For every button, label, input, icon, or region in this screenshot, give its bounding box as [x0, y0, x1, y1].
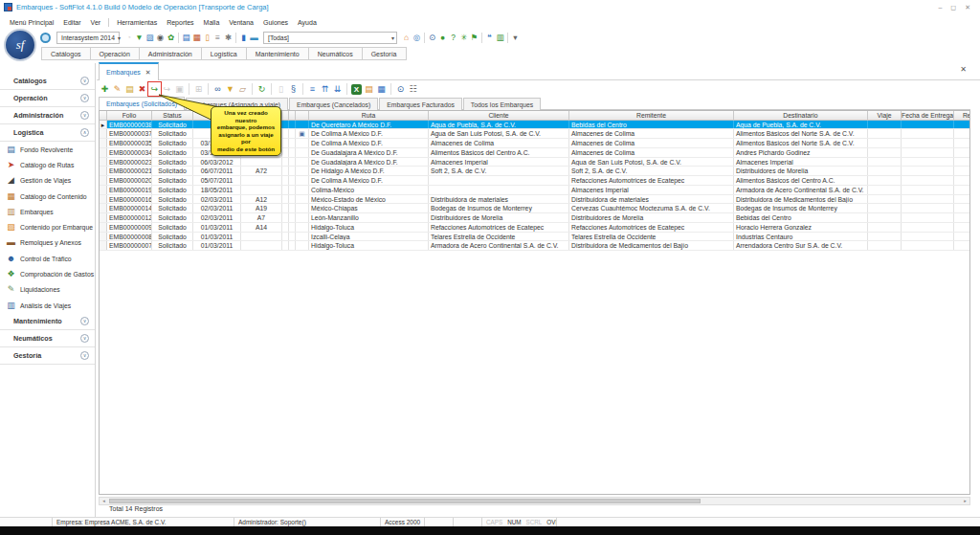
cell-recibe[interactable]: [954, 213, 970, 222]
cell-folio[interactable]: EMB00000038: [107, 121, 152, 129]
cell-doc[interactable]: [296, 121, 309, 129]
sidebar-item-embarques[interactable]: ▥Embarques: [0, 204, 95, 219]
cell-c2[interactable]: [289, 139, 296, 147]
cell-remitente[interactable]: Almacenes de Colima: [569, 148, 734, 157]
assign-to-trip-icon[interactable]: ↪: [148, 82, 161, 96]
cell-ruta[interactable]: León-Manzanillo: [309, 213, 429, 222]
ribbon-tab-operacion[interactable]: Operación: [90, 47, 140, 60]
cell-remitente[interactable]: Distribuidora de Medicamentos del Bajío: [569, 241, 734, 250]
cell-viaje[interactable]: [868, 148, 902, 157]
cell-folio[interactable]: EMB00000007: [107, 241, 152, 250]
cell-fecha[interactable]: 05/07/2011: [193, 176, 241, 185]
cell-viaje[interactable]: [868, 204, 902, 212]
cell-c1[interactable]: [282, 158, 289, 167]
cell-fecha_entrega[interactable]: [902, 148, 954, 157]
cell-fecha_entrega[interactable]: [902, 158, 954, 167]
sidebar-item-catalogo-de-rutas[interactable]: ➤Catálogo de Rutas: [0, 157, 95, 172]
edit-embarque-icon[interactable]: ✎: [111, 82, 123, 96]
cell-fecha[interactable]: 01/03/2011: [193, 241, 241, 250]
cell-ruta[interactable]: Colima-México: [309, 186, 429, 194]
cell-destinatario[interactable]: Almacenes Imperial: [734, 158, 868, 167]
cell-cliente[interactable]: Almacenes Imperial: [429, 158, 569, 167]
cell-ind[interactable]: [100, 195, 107, 204]
cell-viaje[interactable]: [868, 176, 902, 185]
cell-folio[interactable]: EMB00000037: [107, 129, 152, 138]
cell-destinatario[interactable]: Alimentos Básicos del Norte S.A. de C.V.: [734, 139, 868, 147]
cell-recibe[interactable]: [954, 176, 970, 185]
cell-ruta[interactable]: De Colima A México D.F.: [309, 129, 429, 138]
scrollbar-thumb[interactable]: [109, 499, 701, 503]
chevron-down-icon[interactable]: ∨: [80, 77, 89, 85]
cell-cliente[interactable]: Distribuidores de Morelia: [429, 213, 569, 222]
panel-close-icon[interactable]: ✕: [960, 65, 967, 74]
cell-viaje[interactable]: [868, 139, 902, 147]
cell-folio[interactable]: EMB00000023: [107, 158, 152, 167]
layout-icon[interactable]: ▦: [375, 82, 388, 96]
cell-ind[interactable]: [100, 167, 107, 175]
cell-doc[interactable]: [296, 167, 309, 175]
new-embarque-icon[interactable]: ✚: [99, 82, 111, 96]
cell-viaje[interactable]: [868, 158, 902, 167]
flag-icon[interactable]: ⚑: [469, 32, 479, 44]
cell-unidad[interactable]: [241, 233, 282, 241]
cell-remitente[interactable]: Almacenes de Colima: [569, 129, 734, 138]
cell-fecha_entrega[interactable]: [902, 195, 954, 204]
cell-status[interactable]: Solicitado: [152, 129, 193, 138]
clipboard-icon[interactable]: ▯: [202, 32, 212, 44]
table-row-emb00000012[interactable]: EMB00000012Solicitado02/03/2011A7León-Ma…: [100, 213, 969, 223]
cell-fecha[interactable]: 18/05/2011: [193, 186, 241, 194]
cell-c2[interactable]: [289, 204, 296, 212]
cell-doc[interactable]: [296, 241, 309, 250]
list-icon[interactable]: ≡: [212, 32, 223, 44]
cell-doc[interactable]: [296, 139, 309, 147]
sidebar-item-remolques-y-anexos[interactable]: ▬Remolques y Anexos: [0, 235, 95, 251]
cell-c1[interactable]: [282, 176, 289, 185]
column-header-c1[interactable]: [282, 111, 289, 120]
cell-folio[interactable]: EMB00000012: [107, 213, 152, 222]
cell-folio[interactable]: EMB00000009: [107, 223, 152, 232]
cell-ruta[interactable]: De Colima A México D.F.: [309, 176, 429, 185]
cell-remitente[interactable]: Telares Estrella de Occidente: [569, 233, 734, 241]
menu-menu-principal[interactable]: Menú Principal: [5, 19, 58, 26]
cell-folio[interactable]: EMB00000021: [107, 167, 152, 175]
note-add-icon[interactable]: ▤: [181, 32, 191, 44]
cell-unidad[interactable]: A7: [241, 213, 282, 222]
cell-status[interactable]: Solicitado: [152, 148, 193, 157]
cell-cliente[interactable]: [429, 186, 569, 194]
cell-viaje[interactable]: [868, 129, 902, 138]
cell-viaje[interactable]: [868, 233, 902, 241]
cell-ind[interactable]: [100, 223, 107, 232]
cell-destinatario[interactable]: Distribuidora de Medicamentos del Bajío: [734, 195, 868, 204]
modules-icon[interactable]: ▦: [191, 32, 202, 44]
cell-recibe[interactable]: [954, 241, 970, 250]
cell-status[interactable]: Solicitado: [152, 121, 193, 129]
cell-fecha_entrega[interactable]: [902, 213, 954, 222]
cell-fecha[interactable]: 01/03/2011: [193, 233, 241, 241]
feedback-icon[interactable]: ❝: [484, 32, 495, 44]
cell-doc[interactable]: [296, 186, 309, 194]
sidebar-group-administracion[interactable]: Administración∨: [0, 107, 95, 124]
ribbon-tab-administracion[interactable]: Administración: [139, 47, 202, 60]
cell-status[interactable]: Solicitado: [152, 195, 193, 204]
export-excel-icon[interactable]: X: [351, 84, 362, 95]
cell-fecha_entrega[interactable]: [902, 139, 954, 147]
table-row-emb00000014[interactable]: EMB00000014Solicitado02/03/2011A19México…: [100, 204, 969, 213]
cell-c2[interactable]: [289, 121, 296, 129]
sidebar-item-comprobacion-de-gastos[interactable]: ❖Comprobación de Gastos: [0, 266, 95, 281]
exit-icon[interactable]: ▥: [495, 32, 505, 44]
tab-close-icon[interactable]: ✕: [145, 69, 151, 77]
table-row-emb00000019[interactable]: EMB00000019Solicitado18/05/2011Colima-Mé…: [100, 186, 969, 195]
cell-folio[interactable]: EMB00000014: [107, 204, 152, 212]
sort-asc-icon[interactable]: ⇈: [319, 82, 331, 96]
cell-folio[interactable]: EMB00000035: [107, 139, 152, 147]
column-header-status[interactable]: Status: [152, 111, 193, 120]
report-icon[interactable]: ▤: [363, 82, 375, 96]
cell-fecha[interactable]: 01/03/2011: [193, 223, 241, 232]
cell-unidad[interactable]: [241, 186, 282, 194]
cell-ruta[interactable]: De Colima A México D.F.: [309, 139, 429, 147]
chevron-down-icon[interactable]: ∨: [80, 334, 89, 343]
table-row-emb00000009[interactable]: EMB00000009Solicitado01/03/2011A14Hidalg…: [100, 223, 969, 233]
cell-doc[interactable]: [296, 158, 309, 167]
sidebar-item-fondo-revolvente[interactable]: ▤Fondo Revolvente: [0, 142, 95, 157]
sidebar-group-gestoria[interactable]: Gestoría∨: [0, 347, 95, 365]
